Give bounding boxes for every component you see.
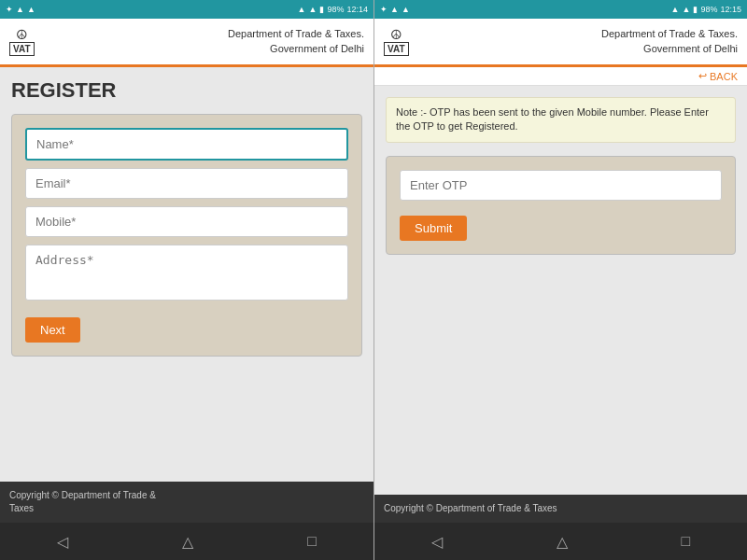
name-field-wrapper bbox=[25, 128, 348, 161]
nav-back-icon-2[interactable]: ◁ bbox=[431, 533, 443, 551]
nav-recent-icon[interactable]: □ bbox=[307, 533, 317, 550]
header-title-2-line1: Department of Trade & Taxes. bbox=[601, 27, 738, 41]
battery-icon-2: ▮ bbox=[693, 5, 698, 14]
mobile-field-wrapper bbox=[25, 206, 348, 237]
logo-hand-icon-2: ☮ bbox=[390, 27, 402, 42]
sub-header: ↩ BACK bbox=[374, 67, 747, 86]
footer-text-2: Copyright © Department of Trade & Taxes bbox=[384, 503, 557, 513]
page-title: REGISTER bbox=[11, 78, 362, 103]
status-bar-left-icons: ✦ ▲ ▲ bbox=[6, 5, 35, 14]
footer-text-1: Copyright © Department of Trade & Taxes bbox=[9, 490, 156, 513]
footer-1: Copyright © Department of Trade & Taxes bbox=[0, 482, 374, 523]
status-bar-2-right: ▲ ▲ ▮ 98% 12:15 bbox=[671, 5, 741, 14]
sim-icon: ✦ bbox=[6, 5, 13, 14]
otp-form-card: Submit bbox=[386, 156, 736, 255]
signal-icon-right: ▲ bbox=[309, 5, 317, 14]
screen-register: ✦ ▲ ▲ ▲ ▲ ▮ 98% 12:14 ☮ VAT Department o… bbox=[0, 0, 374, 560]
header-1: ☮ VAT Department of Trade & Taxes. Gover… bbox=[0, 19, 374, 67]
nav-recent-icon-2[interactable]: □ bbox=[681, 533, 690, 550]
logo-vat-text: VAT bbox=[9, 42, 35, 56]
screen-otp: ✦ ▲ ▲ ▲ ▲ ▮ 98% 12:15 ☮ VAT Department o… bbox=[374, 0, 747, 560]
nav-bar-1: ◁ △ □ bbox=[0, 523, 374, 560]
submit-button[interactable]: Submit bbox=[400, 216, 467, 241]
logo-hand-icon: ☮ bbox=[16, 27, 28, 42]
logo-1: ☮ VAT bbox=[9, 27, 35, 56]
address-field-wrapper bbox=[25, 245, 348, 304]
back-button[interactable]: ↩ BACK bbox=[698, 70, 738, 82]
otp-input[interactable] bbox=[400, 170, 722, 201]
page-content-1: REGISTER Next bbox=[0, 67, 374, 482]
header-title-2: Department of Trade & Taxes. Government … bbox=[601, 27, 738, 56]
register-form-card: Next bbox=[11, 114, 362, 357]
header-title-line1: Department of Trade & Taxes. bbox=[228, 27, 364, 41]
logo-2: ☮ VAT bbox=[384, 27, 409, 56]
signal-icon-2: ▲ bbox=[402, 5, 410, 14]
otp-field-wrapper bbox=[400, 170, 722, 201]
wifi-icon: ▲ bbox=[16, 5, 24, 14]
battery-icon: ▮ bbox=[319, 5, 324, 14]
status-bar-2-left: ✦ ▲ ▲ bbox=[380, 5, 410, 14]
wifi-icon-2: ▲ bbox=[390, 5, 399, 14]
nav-home-icon-2[interactable]: △ bbox=[557, 533, 568, 551]
header-title-line2: Government of Delhi bbox=[228, 42, 364, 56]
name-input[interactable] bbox=[25, 128, 348, 161]
status-bar-2: ✦ ▲ ▲ ▲ ▲ ▮ 98% 12:15 bbox=[374, 0, 747, 19]
page-content-2: Note :- OTP has been sent to the given M… bbox=[374, 86, 747, 495]
next-button[interactable]: Next bbox=[25, 317, 80, 343]
nav-bar-2: ◁ △ □ bbox=[374, 523, 747, 560]
email-input[interactable] bbox=[25, 168, 348, 199]
status-bar-right: ▲ ▲ ▮ 98% 12:14 bbox=[298, 5, 368, 14]
back-label: BACK bbox=[710, 71, 738, 82]
footer-2: Copyright © Department of Trade & Taxes bbox=[374, 495, 747, 523]
address-input[interactable] bbox=[25, 245, 348, 301]
mobile-input[interactable] bbox=[25, 206, 348, 237]
wifi-icon-right: ▲ bbox=[298, 5, 306, 14]
header-title-2-line2: Government of Delhi bbox=[601, 42, 738, 56]
sim-icon-2: ✦ bbox=[380, 5, 388, 14]
signal-icon-right-2: ▲ bbox=[683, 5, 691, 14]
battery-percent: 98% bbox=[327, 5, 344, 14]
wifi-icon-right-2: ▲ bbox=[671, 5, 680, 14]
time-display-2: 12:15 bbox=[720, 5, 741, 14]
time-display: 12:14 bbox=[346, 5, 368, 14]
logo-vat-text-2: VAT bbox=[384, 42, 409, 56]
nav-back-icon[interactable]: ◁ bbox=[57, 533, 68, 551]
header-title-1: Department of Trade & Taxes. Government … bbox=[228, 27, 364, 56]
email-field-wrapper bbox=[25, 168, 348, 199]
signal-icon: ▲ bbox=[27, 5, 35, 14]
back-arrow-icon: ↩ bbox=[698, 70, 707, 82]
status-bar-1: ✦ ▲ ▲ ▲ ▲ ▮ 98% 12:14 bbox=[0, 0, 374, 19]
header-2: ☮ VAT Department of Trade & Taxes. Gover… bbox=[374, 19, 747, 67]
otp-note: Note :- OTP has been sent to the given M… bbox=[386, 97, 736, 143]
nav-home-icon[interactable]: △ bbox=[182, 533, 193, 551]
battery-percent-2: 98% bbox=[700, 5, 717, 14]
